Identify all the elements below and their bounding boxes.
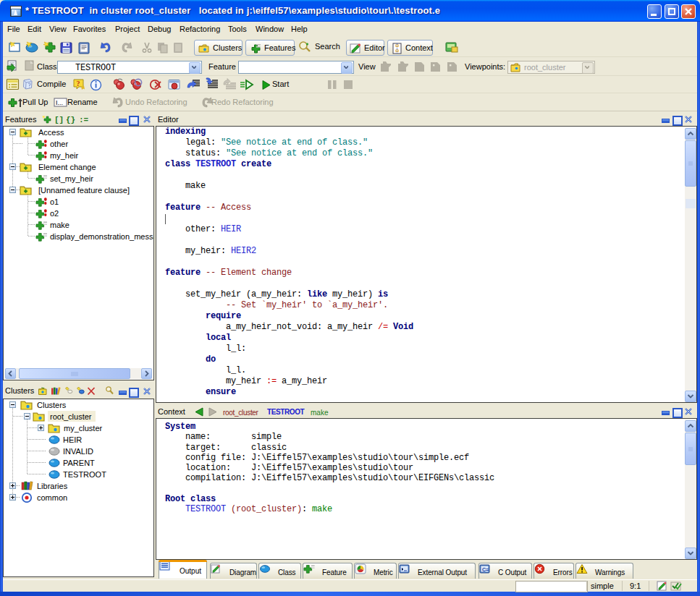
svg-text::=: :=	[79, 116, 89, 124]
svg-text:{}: {}	[66, 116, 75, 124]
svg-text:C=: C=	[482, 567, 489, 572]
svg-text:?: ?	[77, 80, 80, 88]
svg-text:[]: []	[54, 116, 64, 124]
svg-text:I...: I...	[56, 99, 63, 106]
